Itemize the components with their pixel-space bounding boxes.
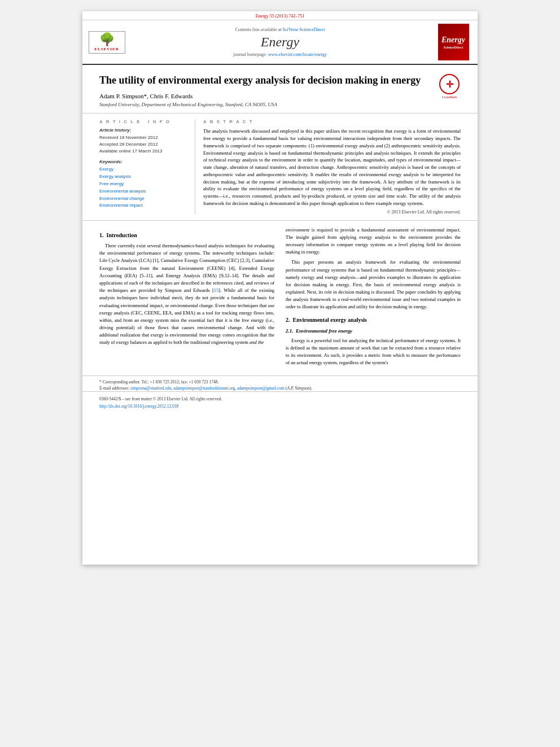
keyword-free-energy[interactable]: Free energy — [99, 181, 187, 188]
crossmark: ✛ CrossMark — [438, 74, 461, 99]
elsevier-box: 🌳 ELSEVIER — [89, 31, 125, 54]
doi-line: http://dx.doi.org/10.1016/j.energy.2012.… — [99, 404, 461, 410]
body-content: 1. Introduction There currently exist se… — [82, 221, 478, 375]
section1-title: Introduction — [107, 232, 137, 238]
journal-homepage: journal homepage: www.elsevier.com/locat… — [131, 52, 429, 57]
email1-link[interactable]: simpsona@stanford.edu — [130, 386, 172, 391]
section2-sub-heading: 2.1. Environmental free energy — [286, 327, 461, 335]
article-title-area: The utility of environmental exergy anal… — [82, 65, 478, 113]
email3-link[interactable]: adampsimpson@gmail.com — [237, 386, 285, 391]
section1-number: 1. — [99, 232, 104, 238]
section2-number: 2. — [286, 317, 290, 323]
journal-volume: Energy 55 (2013) 742–751 — [82, 11, 478, 20]
corresponding-text: * Corresponding author. Tel.: +1 650 725… — [99, 379, 218, 385]
footnote-email: E-mail addresses: simpsona@stanford.edu,… — [99, 385, 461, 391]
body-two-col: 1. Introduction There currently exist se… — [99, 226, 461, 370]
copyright-text: © 2013 Elsevier Ltd. All rights reserved… — [203, 209, 461, 215]
section2-sub-title: Environmental free energy — [296, 328, 352, 334]
email-label: E-mail addresses: — [99, 386, 129, 391]
volume-issue-text: Energy 55 (2013) 742–751 — [256, 14, 304, 19]
journal-header: 🌳 ELSEVIER Contents lists available at S… — [82, 20, 478, 65]
section2-para: Exergy is a powerful tool for analyzing … — [286, 337, 461, 367]
journal-center: Contents lists available at SciVerse Sci… — [131, 27, 429, 57]
sciverse-text: Contents lists available at — [235, 27, 282, 32]
sciverse-line: Contents lists available at SciVerse Sci… — [131, 27, 429, 32]
elsevier-tree-icon: 🌳 — [92, 33, 122, 46]
email3-name: (A.P. Simpson). — [286, 386, 313, 391]
received-date: Received 18 November 2012 — [99, 134, 187, 141]
page-footer: 0360-5442/$ – see front matter © 2013 El… — [82, 391, 478, 413]
elsevier-logo: 🌳 ELSEVIER — [87, 31, 126, 54]
article-title-text: The utility of environmental exergy anal… — [99, 74, 432, 107]
footnote-corresponding: * Corresponding author. Tel.: +1 650 725… — [99, 379, 461, 385]
keyword-env-change[interactable]: Environmental change — [99, 195, 187, 203]
keyword-env-analysis[interactable]: Environmental analysis — [99, 188, 187, 195]
history-label: Article history: — [99, 128, 187, 133]
section2-title: Environmental exergy analysis — [293, 317, 367, 323]
article-info-heading: A R T I C L E I N F O — [99, 119, 187, 124]
elsevier-text: ELSEVIER — [92, 47, 122, 51]
article-info-col: A R T I C L E I N F O Article history: R… — [99, 119, 195, 214]
homepage-url[interactable]: www.elsevier.com/locate/energy — [268, 52, 327, 57]
info-abstract-section: A R T I C L E I N F O Article history: R… — [82, 113, 478, 220]
intro-para1: There currently exist several thermodyna… — [99, 242, 274, 346]
accepted-date: Accepted 28 December 2012 — [99, 141, 187, 148]
keyword-exergy[interactable]: Exergy — [99, 166, 187, 173]
body-left-col: 1. Introduction There currently exist se… — [99, 226, 274, 370]
crossmark-logo: ✛ — [439, 74, 460, 94]
homepage-label: journal homepage: — [233, 52, 267, 57]
keywords-section: Keywords: Exergy Exergy analysis Free en… — [99, 159, 187, 209]
footnote-area: * Corresponding author. Tel.: +1 650 725… — [82, 375, 478, 392]
intro-para2-right: environment is required to provide a fun… — [286, 226, 461, 256]
keywords-label: Keywords: — [99, 159, 187, 164]
crossmark-label: CrossMark — [442, 95, 457, 99]
issn-line: 0360-5442/$ – see front matter © 2013 El… — [99, 396, 461, 403]
body-right-col: environment is required to provide a fun… — [286, 226, 461, 370]
abstract-heading: A B S T R A C T — [203, 119, 461, 124]
available-date: Available online 17 March 2013 — [99, 148, 187, 155]
doi-link[interactable]: http://dx.doi.org/10.1016/j.energy.2012.… — [99, 404, 178, 409]
energy-badge: Energy ScienceDirect — [438, 24, 469, 60]
keyword-env-impact[interactable]: Environmental impact — [99, 202, 187, 209]
abstract-col: A B S T R A C T The analysis framework d… — [195, 119, 461, 214]
page: Energy 55 (2013) 742–751 🌳 ELSEVIER Cont… — [82, 11, 478, 565]
email2-link[interactable]: adampsimspon@stanfordalumni.org — [173, 386, 235, 391]
keyword-exergy-analysis[interactable]: Exergy analysis — [99, 173, 187, 181]
article-title: The utility of environmental exergy anal… — [99, 74, 432, 87]
section2-sub-number: 2.1. — [286, 328, 294, 334]
journal-title: Energy — [131, 34, 429, 50]
sciverse-link[interactable]: SciVerse ScienceDirect — [283, 27, 325, 32]
article-history: Article history: Received 18 November 20… — [99, 128, 187, 155]
journal-badge-right: Energy ScienceDirect — [434, 24, 473, 60]
section1-heading: 1. Introduction — [99, 231, 274, 240]
abstract-text: The analysis framework discussed and emp… — [203, 128, 461, 207]
authors: Adam P. Simpson*, Chris F. Edwards — [99, 93, 432, 99]
intro-para3-right: This paper presents an analysis framewor… — [286, 259, 461, 311]
section2-heading: 2. Environmental exergy analysis — [286, 316, 461, 325]
affiliation: Stanford University, Department of Mecha… — [99, 102, 432, 107]
